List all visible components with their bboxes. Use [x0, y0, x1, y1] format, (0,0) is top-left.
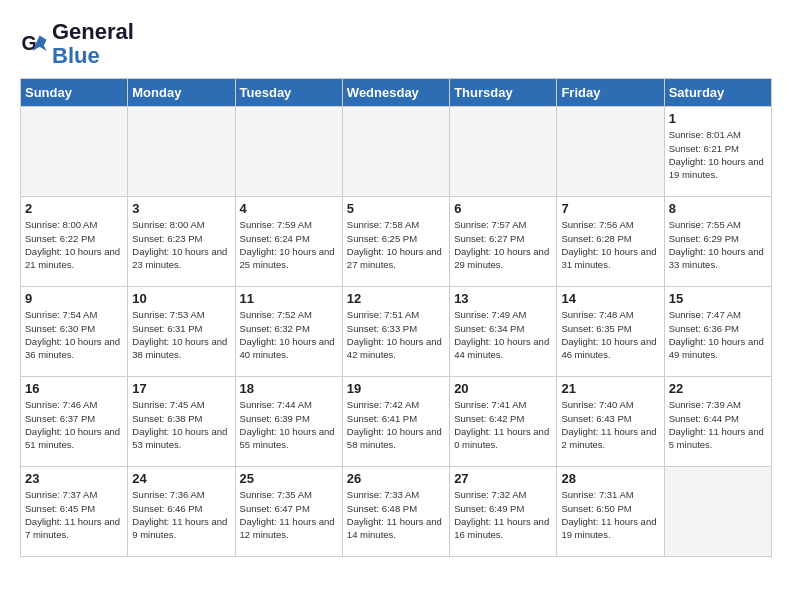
day-number: 11	[240, 291, 338, 306]
calendar-cell	[21, 107, 128, 197]
calendar-header-row: SundayMondayTuesdayWednesdayThursdayFrid…	[21, 79, 772, 107]
day-number: 9	[25, 291, 123, 306]
day-number: 21	[561, 381, 659, 396]
day-number: 2	[25, 201, 123, 216]
calendar-cell: 27Sunrise: 7:32 AM Sunset: 6:49 PM Dayli…	[450, 467, 557, 557]
day-info: Sunrise: 7:31 AM Sunset: 6:50 PM Dayligh…	[561, 488, 659, 541]
day-info: Sunrise: 8:00 AM Sunset: 6:22 PM Dayligh…	[25, 218, 123, 271]
calendar-cell: 18Sunrise: 7:44 AM Sunset: 6:39 PM Dayli…	[235, 377, 342, 467]
day-number: 23	[25, 471, 123, 486]
day-info: Sunrise: 7:48 AM Sunset: 6:35 PM Dayligh…	[561, 308, 659, 361]
day-number: 10	[132, 291, 230, 306]
day-info: Sunrise: 8:01 AM Sunset: 6:21 PM Dayligh…	[669, 128, 767, 181]
day-info: Sunrise: 7:49 AM Sunset: 6:34 PM Dayligh…	[454, 308, 552, 361]
calendar-cell: 5Sunrise: 7:58 AM Sunset: 6:25 PM Daylig…	[342, 197, 449, 287]
calendar-cell: 26Sunrise: 7:33 AM Sunset: 6:48 PM Dayli…	[342, 467, 449, 557]
day-number: 13	[454, 291, 552, 306]
day-info: Sunrise: 7:45 AM Sunset: 6:38 PM Dayligh…	[132, 398, 230, 451]
day-info: Sunrise: 7:37 AM Sunset: 6:45 PM Dayligh…	[25, 488, 123, 541]
day-info: Sunrise: 7:56 AM Sunset: 6:28 PM Dayligh…	[561, 218, 659, 271]
calendar-cell: 10Sunrise: 7:53 AM Sunset: 6:31 PM Dayli…	[128, 287, 235, 377]
day-info: Sunrise: 7:54 AM Sunset: 6:30 PM Dayligh…	[25, 308, 123, 361]
weekday-header: Tuesday	[235, 79, 342, 107]
day-info: Sunrise: 7:51 AM Sunset: 6:33 PM Dayligh…	[347, 308, 445, 361]
calendar-cell: 2Sunrise: 8:00 AM Sunset: 6:22 PM Daylig…	[21, 197, 128, 287]
weekday-header: Monday	[128, 79, 235, 107]
day-info: Sunrise: 7:41 AM Sunset: 6:42 PM Dayligh…	[454, 398, 552, 451]
day-info: Sunrise: 7:47 AM Sunset: 6:36 PM Dayligh…	[669, 308, 767, 361]
day-number: 27	[454, 471, 552, 486]
calendar-cell: 21Sunrise: 7:40 AM Sunset: 6:43 PM Dayli…	[557, 377, 664, 467]
calendar-cell: 4Sunrise: 7:59 AM Sunset: 6:24 PM Daylig…	[235, 197, 342, 287]
calendar-cell: 14Sunrise: 7:48 AM Sunset: 6:35 PM Dayli…	[557, 287, 664, 377]
weekday-header: Wednesday	[342, 79, 449, 107]
calendar-cell: 25Sunrise: 7:35 AM Sunset: 6:47 PM Dayli…	[235, 467, 342, 557]
calendar-cell: 8Sunrise: 7:55 AM Sunset: 6:29 PM Daylig…	[664, 197, 771, 287]
day-number: 6	[454, 201, 552, 216]
calendar-cell: 1Sunrise: 8:01 AM Sunset: 6:21 PM Daylig…	[664, 107, 771, 197]
day-number: 15	[669, 291, 767, 306]
calendar-cell: 15Sunrise: 7:47 AM Sunset: 6:36 PM Dayli…	[664, 287, 771, 377]
day-info: Sunrise: 7:44 AM Sunset: 6:39 PM Dayligh…	[240, 398, 338, 451]
page-header: G GeneralBlue	[20, 20, 772, 68]
calendar-cell: 11Sunrise: 7:52 AM Sunset: 6:32 PM Dayli…	[235, 287, 342, 377]
calendar-cell: 24Sunrise: 7:36 AM Sunset: 6:46 PM Dayli…	[128, 467, 235, 557]
calendar-cell: 20Sunrise: 7:41 AM Sunset: 6:42 PM Dayli…	[450, 377, 557, 467]
calendar-cell: 16Sunrise: 7:46 AM Sunset: 6:37 PM Dayli…	[21, 377, 128, 467]
day-info: Sunrise: 7:58 AM Sunset: 6:25 PM Dayligh…	[347, 218, 445, 271]
day-info: Sunrise: 7:40 AM Sunset: 6:43 PM Dayligh…	[561, 398, 659, 451]
day-info: Sunrise: 7:32 AM Sunset: 6:49 PM Dayligh…	[454, 488, 552, 541]
day-info: Sunrise: 7:59 AM Sunset: 6:24 PM Dayligh…	[240, 218, 338, 271]
day-number: 18	[240, 381, 338, 396]
calendar-cell: 3Sunrise: 8:00 AM Sunset: 6:23 PM Daylig…	[128, 197, 235, 287]
calendar-cell: 19Sunrise: 7:42 AM Sunset: 6:41 PM Dayli…	[342, 377, 449, 467]
day-number: 4	[240, 201, 338, 216]
day-number: 26	[347, 471, 445, 486]
calendar-cell	[235, 107, 342, 197]
day-info: Sunrise: 7:39 AM Sunset: 6:44 PM Dayligh…	[669, 398, 767, 451]
day-number: 12	[347, 291, 445, 306]
day-number: 1	[669, 111, 767, 126]
calendar-cell: 17Sunrise: 7:45 AM Sunset: 6:38 PM Dayli…	[128, 377, 235, 467]
day-info: Sunrise: 7:42 AM Sunset: 6:41 PM Dayligh…	[347, 398, 445, 451]
calendar-cell	[664, 467, 771, 557]
day-number: 28	[561, 471, 659, 486]
calendar-week-row: 16Sunrise: 7:46 AM Sunset: 6:37 PM Dayli…	[21, 377, 772, 467]
svg-text:G: G	[21, 32, 36, 54]
day-number: 25	[240, 471, 338, 486]
day-number: 8	[669, 201, 767, 216]
logo: G GeneralBlue	[20, 20, 134, 68]
calendar-table: SundayMondayTuesdayWednesdayThursdayFrid…	[20, 78, 772, 557]
logo-text: GeneralBlue	[52, 20, 134, 68]
calendar-cell: 13Sunrise: 7:49 AM Sunset: 6:34 PM Dayli…	[450, 287, 557, 377]
day-number: 16	[25, 381, 123, 396]
logo-icon: G	[20, 30, 48, 58]
day-info: Sunrise: 8:00 AM Sunset: 6:23 PM Dayligh…	[132, 218, 230, 271]
weekday-header: Sunday	[21, 79, 128, 107]
day-number: 7	[561, 201, 659, 216]
day-info: Sunrise: 7:33 AM Sunset: 6:48 PM Dayligh…	[347, 488, 445, 541]
day-number: 19	[347, 381, 445, 396]
calendar-cell: 23Sunrise: 7:37 AM Sunset: 6:45 PM Dayli…	[21, 467, 128, 557]
day-number: 14	[561, 291, 659, 306]
calendar-cell: 28Sunrise: 7:31 AM Sunset: 6:50 PM Dayli…	[557, 467, 664, 557]
day-info: Sunrise: 7:52 AM Sunset: 6:32 PM Dayligh…	[240, 308, 338, 361]
day-number: 5	[347, 201, 445, 216]
day-number: 17	[132, 381, 230, 396]
calendar-cell	[128, 107, 235, 197]
calendar-cell	[557, 107, 664, 197]
calendar-cell: 7Sunrise: 7:56 AM Sunset: 6:28 PM Daylig…	[557, 197, 664, 287]
calendar-week-row: 1Sunrise: 8:01 AM Sunset: 6:21 PM Daylig…	[21, 107, 772, 197]
day-number: 20	[454, 381, 552, 396]
day-info: Sunrise: 7:57 AM Sunset: 6:27 PM Dayligh…	[454, 218, 552, 271]
day-info: Sunrise: 7:35 AM Sunset: 6:47 PM Dayligh…	[240, 488, 338, 541]
day-info: Sunrise: 7:36 AM Sunset: 6:46 PM Dayligh…	[132, 488, 230, 541]
calendar-cell: 12Sunrise: 7:51 AM Sunset: 6:33 PM Dayli…	[342, 287, 449, 377]
calendar-week-row: 2Sunrise: 8:00 AM Sunset: 6:22 PM Daylig…	[21, 197, 772, 287]
day-info: Sunrise: 7:55 AM Sunset: 6:29 PM Dayligh…	[669, 218, 767, 271]
day-number: 24	[132, 471, 230, 486]
calendar-cell: 9Sunrise: 7:54 AM Sunset: 6:30 PM Daylig…	[21, 287, 128, 377]
day-info: Sunrise: 7:53 AM Sunset: 6:31 PM Dayligh…	[132, 308, 230, 361]
day-number: 3	[132, 201, 230, 216]
day-info: Sunrise: 7:46 AM Sunset: 6:37 PM Dayligh…	[25, 398, 123, 451]
